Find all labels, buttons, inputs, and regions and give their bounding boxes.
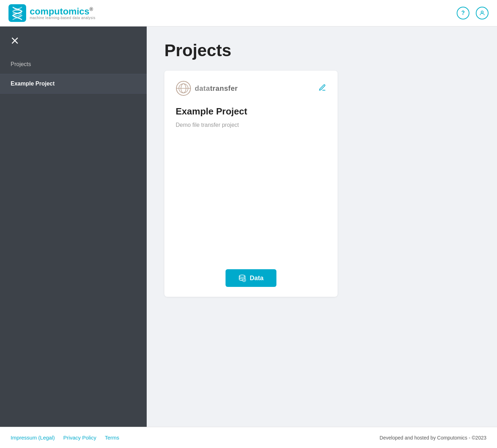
logo-text: computomics® machine learning-based data… <box>30 7 95 20</box>
sidebar: Projects Example Project <box>0 26 147 427</box>
logo-bold: omics <box>63 6 89 17</box>
datatransfer-label: datatransfer <box>195 84 238 93</box>
header-actions: ? <box>457 7 489 19</box>
main-content: Projects datatransfer <box>147 26 497 427</box>
project-name: Example Project <box>176 106 326 117</box>
privacy-link[interactable]: Privacy Policy <box>63 435 96 441</box>
footer: Impressum (Legal) Privacy Policy Terms D… <box>0 427 497 448</box>
project-card: datatransfer Example Project Demo file t… <box>164 71 338 297</box>
logo-subtitle: machine learning-based data analysis <box>30 16 95 20</box>
data-icon <box>238 274 246 282</box>
dna-logo-icon <box>8 4 26 22</box>
datatransfer-logo-icon <box>176 81 191 96</box>
sidebar-close-button[interactable] <box>0 26 147 55</box>
logo: computomics® machine learning-based data… <box>8 4 95 22</box>
footer-copyright: Developed and hosted by Computomics - ©2… <box>380 435 486 441</box>
data-button[interactable]: Data <box>226 269 276 287</box>
datatransfer-bold: transfer <box>210 84 238 92</box>
pencil-icon <box>318 84 326 92</box>
project-description: Demo file transfer project <box>176 122 326 128</box>
card-logo: datatransfer <box>176 81 238 96</box>
svg-point-4 <box>481 11 483 13</box>
main-layout: Projects Example Project Projects datatr… <box>0 26 497 427</box>
close-icon <box>11 36 19 45</box>
data-btn-label: Data <box>250 275 263 282</box>
sidebar-item-example-project[interactable]: Example Project <box>0 74 147 94</box>
card-header: datatransfer <box>176 81 326 96</box>
card-footer: Data <box>176 262 326 287</box>
user-button[interactable] <box>476 7 489 19</box>
datatransfer-pre: data <box>195 84 210 92</box>
page-title: Projects <box>164 41 479 60</box>
sidebar-item-projects[interactable]: Projects <box>0 55 147 74</box>
logo-registered: ® <box>89 6 93 12</box>
logo-pre: comput <box>30 6 63 17</box>
person-icon <box>479 10 485 16</box>
footer-links: Impressum (Legal) Privacy Policy Terms <box>11 435 119 441</box>
edit-project-button[interactable] <box>318 84 326 93</box>
impressum-link[interactable]: Impressum (Legal) <box>11 435 55 441</box>
svg-point-11 <box>239 275 245 277</box>
terms-link[interactable]: Terms <box>105 435 119 441</box>
help-button[interactable]: ? <box>457 7 469 19</box>
header: computomics® machine learning-based data… <box>0 0 497 26</box>
